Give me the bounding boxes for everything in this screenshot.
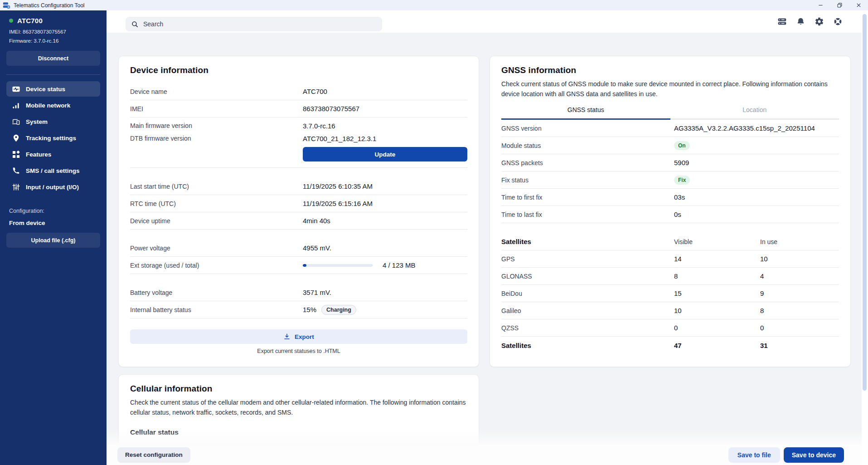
- reset-configuration-button[interactable]: Reset configuration: [117, 447, 190, 463]
- main-content: Device information Device name ATC700 IM…: [107, 33, 862, 445]
- configuration-source: From device: [9, 220, 97, 226]
- device-firmware: Firmware: 3.7.0-rc.16: [9, 37, 97, 45]
- column-header: In use: [760, 238, 839, 245]
- row-last-start-time: Last start time (UTC) 11/19/2025 6:10:35…: [130, 178, 467, 195]
- sidebar-item-label: System: [26, 118, 48, 125]
- sidebar-item-input-output[interactable]: Input / output (I/O): [0, 179, 107, 195]
- row-main-firmware: Main firmware version 3.7.0-rc.16: [130, 119, 467, 132]
- notifications-bell-icon[interactable]: [796, 17, 805, 26]
- save-to-file-button[interactable]: Save to file: [728, 447, 780, 463]
- row-label: Internal battery status: [130, 306, 303, 313]
- row-gnss-packets: GNSS packets 5909: [501, 154, 839, 171]
- row-ext-storage: Ext storage (used / total) 4 / 123 MB: [130, 257, 467, 274]
- help-lifebuoy-icon[interactable]: [833, 17, 843, 26]
- signal-bars-icon: [12, 101, 20, 110]
- fix-badge: Fix: [674, 176, 690, 185]
- row-value: ATC700_21_182_12.3.1: [303, 135, 376, 142]
- card-title: GNSS information: [501, 65, 839, 75]
- row-value: 03s: [674, 193, 685, 201]
- battery-status-value: 15% Charging: [303, 305, 356, 315]
- satellite-row-galileo: Galileo 10 8: [501, 302, 839, 319]
- satellite-visible: 15: [674, 289, 760, 297]
- gnss-tabs: GNSS status Location: [501, 106, 839, 120]
- search-input[interactable]: [143, 20, 377, 28]
- satellite-visible: 10: [674, 307, 760, 314]
- row-label: Battery voltage: [130, 289, 303, 296]
- gnss-description: Check current status of GNSS module to m…: [501, 79, 839, 99]
- close-button[interactable]: [849, 0, 868, 10]
- device-stack-icon[interactable]: [777, 17, 787, 26]
- sidebar-item-device-status[interactable]: Device status: [0, 81, 107, 97]
- save-to-device-button[interactable]: Save to device: [784, 447, 844, 463]
- update-button[interactable]: Update: [303, 147, 467, 162]
- download-icon: [283, 333, 291, 340]
- satellite-visible: 0: [674, 324, 760, 332]
- row-battery-voltage: Battery voltage 3571 mV.: [130, 284, 467, 301]
- sidebar-item-system[interactable]: System: [0, 113, 107, 130]
- restore-button[interactable]: [830, 0, 849, 10]
- gnss-information-card: GNSS information Check current status of…: [490, 56, 851, 367]
- sidebar-item-label: Features: [26, 151, 51, 158]
- cellular-information-card: Cellular information Check the current s…: [118, 374, 479, 445]
- row-update: Update: [130, 145, 467, 168]
- row-label: Time to last fix: [501, 211, 674, 218]
- storage-value: 4 / 123 MB: [383, 261, 416, 269]
- row-value: 863738073075567: [303, 105, 359, 113]
- device-imei: IMEI: 863738073075567: [9, 28, 97, 36]
- satellite-in-use: 0: [760, 324, 839, 332]
- row-rtc-time: RTC time (UTC) 11/19/2025 6:15:16 AM: [130, 195, 467, 212]
- satellite-visible: 8: [674, 272, 760, 280]
- row-value: ATC700: [303, 88, 327, 95]
- export-button[interactable]: Export: [130, 329, 467, 344]
- devices-icon: [12, 117, 20, 126]
- row-label: Ext storage (used / total): [130, 262, 303, 269]
- cellular-status-subheading: Cellular status: [130, 428, 467, 436]
- column-header: Satellites: [501, 238, 674, 245]
- satellite-row-beidou: BeiDou 15 9: [501, 285, 839, 302]
- satellite-in-use: 4: [760, 272, 839, 280]
- satellite-visible: 14: [674, 255, 760, 263]
- satellite-name: GPS: [501, 255, 674, 263]
- footer-bar: Reset configuration Save to file Save to…: [107, 445, 868, 465]
- sidebar-item-sms-call-settings[interactable]: SMS / call settings: [0, 162, 107, 179]
- row-label: Fix status: [501, 176, 674, 184]
- satellite-row-glonass: GLONASS 8 4: [501, 268, 839, 285]
- satellite-in-use: 10: [760, 255, 839, 263]
- minimize-button[interactable]: [811, 0, 830, 10]
- card-title: Cellular information: [130, 384, 467, 394]
- sidebar-item-tracking-settings[interactable]: Tracking settings: [0, 130, 107, 146]
- device-status-block: ATC700 IMEI: 863738073075567 Firmware: 3…: [0, 10, 107, 44]
- tab-gnss-status[interactable]: GNSS status: [501, 106, 670, 120]
- scrollbar-thumb[interactable]: [863, 14, 867, 391]
- satellites-total-visible: 47: [674, 342, 760, 349]
- window-controls: [811, 0, 868, 10]
- row-value: 3571 mV.: [303, 289, 331, 296]
- settings-gear-icon[interactable]: [815, 17, 824, 26]
- window-title: Telematics Configuration Tool: [14, 2, 85, 9]
- row-internal-battery-status: Internal battery status 15% Charging: [130, 301, 467, 318]
- row-label: Main firmware version: [130, 122, 303, 129]
- row-label: Device name: [130, 88, 303, 95]
- card-title: Device information: [130, 65, 467, 75]
- sidebar-item-features[interactable]: Features: [0, 146, 107, 162]
- device-information-card: Device information Device name ATC700 IM…: [118, 56, 479, 367]
- sidebar-item-label: Tracking settings: [26, 135, 76, 142]
- sidebar-nav: Device status Mobile network System Trac…: [0, 81, 107, 195]
- sliders-icon: [12, 183, 20, 191]
- row-label: Device uptime: [130, 217, 303, 225]
- topbar: [107, 10, 862, 33]
- sidebar-item-mobile-network[interactable]: Mobile network: [0, 97, 107, 113]
- tab-location[interactable]: Location: [670, 106, 839, 120]
- location-pin-icon: [12, 134, 20, 142]
- app-logo-icon: [3, 1, 10, 9]
- progress-track: [303, 264, 373, 267]
- upload-config-button[interactable]: Upload file (.cfg): [6, 233, 100, 248]
- disconnect-button[interactable]: Disconnect: [6, 51, 100, 66]
- row-value: 3.7.0-rc.16: [303, 122, 335, 130]
- satellite-in-use: 9: [760, 289, 839, 297]
- row-fix-status: Fix status Fix: [501, 171, 839, 189]
- row-label: Time to first fix: [501, 194, 674, 201]
- row-value: 11/19/2025 6:15:16 AM: [303, 200, 373, 207]
- row-value: 11/19/2025 6:10:35 AM: [303, 182, 373, 190]
- titlebar: Telematics Configuration Tool: [0, 0, 868, 10]
